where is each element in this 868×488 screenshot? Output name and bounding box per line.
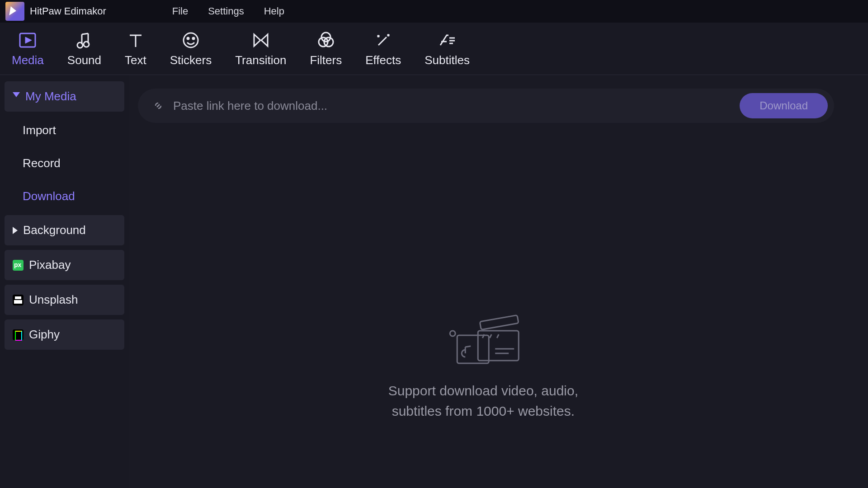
unsplash-icon: [13, 295, 24, 305]
menu-help[interactable]: Help: [256, 3, 292, 20]
sidebar-label: Pixabay: [29, 258, 71, 272]
text-icon: [126, 31, 145, 50]
tab-label: Stickers: [170, 53, 212, 67]
content-panel: Download Support download video, audio, …: [129, 75, 868, 488]
tab-label: Filters: [310, 53, 342, 67]
svg-point-3: [84, 42, 89, 47]
tab-label: Text: [125, 53, 146, 67]
tab-label: Sound: [67, 53, 101, 67]
tab-stickers[interactable]: Stickers: [162, 27, 220, 75]
sidebar-item-download[interactable]: Download: [5, 182, 124, 211]
tab-label: Media: [12, 53, 44, 67]
app-title: HitPaw Edimakor: [30, 5, 106, 17]
tab-effects[interactable]: Effects: [357, 27, 409, 75]
sidebar-item-record[interactable]: Record: [5, 149, 124, 178]
sidebar-label: Background: [23, 223, 86, 237]
svg-rect-13: [480, 315, 519, 329]
svg-point-2: [77, 42, 83, 48]
sound-icon: [75, 31, 94, 50]
svg-marker-7: [254, 34, 260, 46]
link-icon: [151, 99, 165, 113]
filters-icon: [316, 31, 335, 50]
svg-point-15: [450, 331, 455, 336]
tab-text[interactable]: Text: [117, 27, 155, 75]
download-url-bar: Download: [138, 89, 834, 123]
sidebar-item-giphy[interactable]: Giphy: [5, 319, 124, 350]
empty-state-text: Support download video, audio, subtitles…: [388, 380, 578, 421]
stickers-icon: [181, 31, 200, 50]
svg-rect-14: [457, 335, 489, 363]
svg-marker-1: [25, 37, 32, 43]
chevron-right-icon: [13, 227, 18, 234]
tab-sound[interactable]: Sound: [59, 27, 109, 75]
sidebar-group-background[interactable]: Background: [5, 215, 124, 245]
media-icon: [18, 31, 37, 50]
giphy-icon: [13, 329, 24, 340]
sidebar-item-unsplash[interactable]: Unsplash: [5, 285, 124, 315]
effects-icon: [374, 31, 393, 50]
menu-file[interactable]: File: [164, 3, 196, 20]
tab-transition[interactable]: Transition: [227, 27, 294, 75]
titlebar: HitPaw Edimakor File Settings Help: [0, 0, 868, 23]
chevron-down-icon: [13, 92, 20, 101]
sidebar-label: Giphy: [29, 328, 60, 342]
menu-settings[interactable]: Settings: [200, 3, 252, 20]
tab-label: Subtitles: [425, 53, 470, 67]
sidebar-item-pixabay[interactable]: Pixabay: [5, 250, 124, 280]
download-url-input[interactable]: [173, 99, 731, 113]
svg-marker-8: [261, 34, 268, 46]
pixabay-icon: [13, 260, 24, 271]
transition-icon: [251, 31, 270, 50]
sidebar-item-import[interactable]: Import: [5, 116, 124, 145]
empty-state: Support download video, audio, subtitles…: [388, 310, 578, 421]
svg-point-6: [193, 38, 194, 39]
svg-point-5: [187, 38, 189, 39]
tab-media[interactable]: Media: [4, 27, 52, 75]
tab-label: Transition: [235, 53, 286, 67]
sidebar-label: Unsplash: [29, 293, 78, 307]
sidebar-label: My Media: [25, 89, 76, 103]
workspace: My Media Import Record Download Backgrou…: [0, 75, 868, 488]
sidebar-group-my-media[interactable]: My Media: [5, 81, 124, 112]
tab-label: Effects: [365, 53, 401, 67]
subtitles-icon: [438, 31, 457, 50]
tab-filters[interactable]: Filters: [302, 27, 350, 75]
download-button[interactable]: Download: [740, 93, 828, 118]
svg-point-4: [184, 33, 198, 47]
app-logo: [5, 2, 24, 21]
tab-subtitles[interactable]: Subtitles: [416, 27, 478, 75]
sidebar: My Media Import Record Download Backgrou…: [0, 75, 129, 488]
tool-tab-bar: Media Sound Text Stickers: [0, 23, 868, 75]
media-clapper-icon: [443, 310, 524, 371]
